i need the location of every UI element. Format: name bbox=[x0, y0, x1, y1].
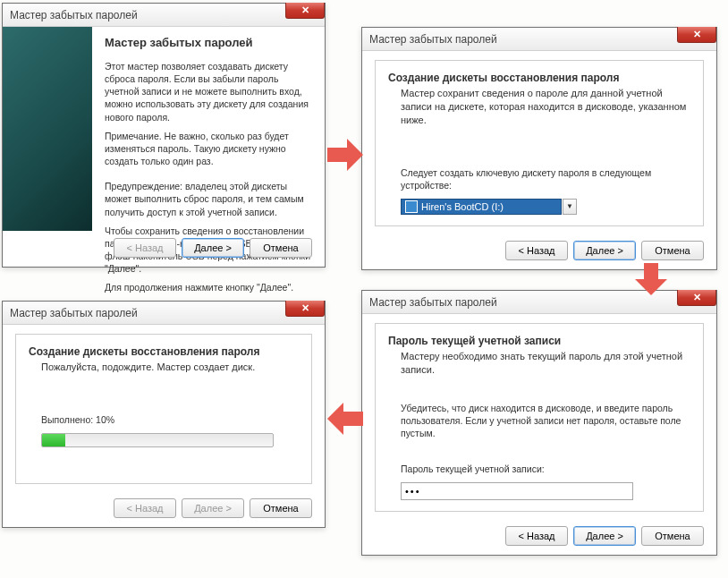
window-title: Мастер забытых паролей bbox=[10, 9, 138, 21]
back-button[interactable]: < Назад bbox=[505, 241, 568, 260]
next-button[interactable]: Далее > bbox=[573, 526, 636, 546]
titlebar: Мастер забытых паролей ✕ bbox=[3, 302, 325, 325]
wizard-password-dialog: Мастер забытых паролей ✕ Пароль текущей … bbox=[361, 290, 717, 556]
window-title: Мастер забытых паролей bbox=[369, 33, 497, 46]
next-button[interactable]: Далее > bbox=[573, 241, 636, 260]
cancel-button[interactable]: Отмена bbox=[250, 498, 312, 518]
window-title: Мастер забытых паролей bbox=[10, 307, 138, 319]
device-label: Следует создать ключевую дискету пароля … bbox=[401, 166, 690, 191]
window-title: Мастер забытых паролей bbox=[369, 296, 497, 309]
close-button[interactable]: ✕ bbox=[677, 27, 716, 43]
device-combobox-text: Hiren's BootCD (I:) bbox=[421, 201, 504, 212]
step-subtext: Мастеру необходимо знать текущий пароль … bbox=[401, 350, 690, 377]
cancel-button[interactable]: Отмена bbox=[250, 238, 312, 258]
wizard-welcome-dialog: Мастер забытых паролей ✕ Мастер забытых … bbox=[2, 3, 326, 268]
cancel-button[interactable]: Отмена bbox=[641, 241, 704, 260]
back-button: < Назад bbox=[114, 238, 176, 258]
close-icon: ✕ bbox=[693, 30, 701, 39]
welcome-para-2: Примечание. Не важно, сколько раз будет … bbox=[105, 130, 312, 168]
close-icon: ✕ bbox=[693, 293, 701, 302]
wizard-title: Мастер забытых паролей bbox=[105, 36, 312, 51]
step-heading: Создание дискеты восстановления пароля bbox=[29, 345, 299, 358]
titlebar: Мастер забытых паролей ✕ bbox=[362, 291, 716, 314]
close-icon: ✕ bbox=[301, 303, 309, 313]
password-field[interactable] bbox=[401, 482, 633, 500]
welcome-para-3: Предупреждение: владелец этой дискеты мо… bbox=[105, 180, 312, 218]
close-icon: ✕ bbox=[301, 5, 309, 15]
step-subtext: Мастер сохранит сведения о пароле для да… bbox=[401, 87, 690, 127]
progress-label: Выполнено: 10% bbox=[41, 413, 299, 426]
progress-fill bbox=[42, 434, 65, 446]
close-button[interactable]: ✕ bbox=[285, 301, 325, 317]
welcome-para-5: Для продолжения нажмите кнопку "Далее". bbox=[105, 281, 312, 293]
password-instruction: Убедитесь, что диск находится в дисковод… bbox=[401, 402, 690, 440]
cancel-button[interactable]: Отмена bbox=[641, 526, 704, 546]
svg-marker-2 bbox=[327, 403, 363, 435]
step-heading: Пароль текущей учетной записи bbox=[388, 335, 690, 347]
device-combobox[interactable]: Hiren's BootCD (I:) ▼ bbox=[401, 199, 562, 215]
close-button[interactable]: ✕ bbox=[677, 290, 716, 306]
progress-bar bbox=[41, 433, 274, 447]
flow-arrow-right-1 bbox=[327, 139, 363, 171]
next-button: Далее > bbox=[182, 498, 244, 518]
next-button[interactable]: Далее > bbox=[182, 238, 244, 258]
chevron-down-icon[interactable]: ▼ bbox=[563, 199, 577, 215]
titlebar: Мастер забытых паролей ✕ bbox=[362, 28, 716, 51]
flow-arrow-left bbox=[327, 403, 363, 435]
step-subtext: Пожалуйста, подождите. Мастер создает ди… bbox=[41, 361, 299, 374]
svg-marker-0 bbox=[327, 139, 363, 171]
titlebar: Мастер забытых паролей ✕ bbox=[3, 4, 325, 27]
wizard-device-dialog: Мастер забытых паролей ✕ Создание дискет… bbox=[361, 27, 717, 270]
welcome-para-1: Этот мастер позволяет создавать дискету … bbox=[105, 60, 312, 123]
back-button[interactable]: < Назад bbox=[505, 526, 568, 546]
wizard-progress-dialog: Мастер забытых паролей ✕ Создание дискет… bbox=[2, 301, 326, 528]
step-heading: Создание дискеты восстановления пароля bbox=[388, 72, 690, 84]
wizard-sidebar-image bbox=[3, 27, 92, 231]
drive-icon bbox=[405, 200, 418, 213]
close-button[interactable]: ✕ bbox=[285, 3, 325, 19]
password-label: Пароль текущей учетной записи: bbox=[401, 463, 690, 475]
back-button: < Назад bbox=[114, 498, 176, 518]
